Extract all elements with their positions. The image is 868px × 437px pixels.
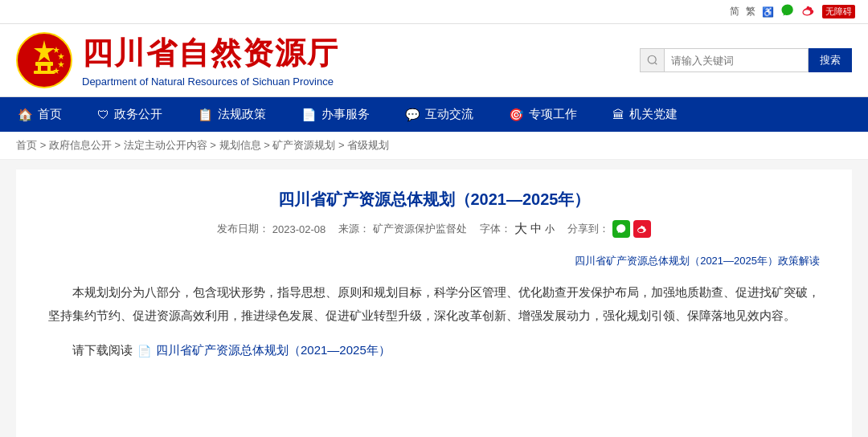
site-header: 四川省自然资源厅 Department of Natural Resources… [0,24,868,97]
share-area: 分享到： [567,220,651,238]
search-input[interactable] [664,48,809,72]
nav-party[interactable]: 🏛 机关党建 [595,97,695,132]
top-utility-bar: 简 繁 ♿ 无障碍 [0,0,868,24]
party-icon: 🏛 [612,108,624,121]
logo-text: 四川省自然资源厅 Department of Natural Resources… [82,33,339,88]
breadcrumb-current: 省级规划 [347,139,389,151]
breadcrumb-home[interactable]: 首页 [16,139,37,151]
download-area: 请下载阅读 📄 四川省矿产资源总体规划（2021—2025年） [48,343,820,358]
accessibility[interactable]: ♿ [762,6,774,18]
policy-interpretation-link[interactable]: 四川省矿产资源总体规划（2021—2025年）政策解读 [575,255,820,267]
search-area: 搜索 [640,48,852,72]
wechat-share-icon[interactable] [612,220,630,238]
doc-icon: 📋 [198,108,213,122]
target-icon: 🎯 [509,108,524,122]
nav-party-label: 机关党建 [629,107,678,122]
emblem-icon [16,32,72,88]
search-icon [640,48,664,72]
font-medium[interactable]: 中 [530,222,542,236]
download-link[interactable]: 四川省矿产资源总体规划（2021—2025年） [156,343,391,358]
weibo-share[interactable] [801,3,816,20]
breadcrumb: 首页 > 政府信息公开 > 法定主动公开内容 > 规划信息 > 矿产资源规划 >… [0,132,868,160]
site-title: 四川省自然资源厅 [82,33,339,74]
accessibility-icon[interactable]: 无障碍 [822,5,855,18]
policy-link-bar: 四川省矿产资源总体规划（2021—2025年）政策解读 [48,254,820,268]
download-prefix: 请下载阅读 [72,343,133,358]
svg-rect-7 [34,71,55,74]
share-icons [612,220,651,238]
article-title: 四川省矿产资源总体规划（2021—2025年） [48,189,820,210]
nav-special[interactable]: 🎯 专项工作 [491,97,595,132]
nav-special-label: 专项工作 [529,107,577,122]
home-icon: 🏠 [18,108,33,122]
site-subtitle: Department of Natural Resources of Sichu… [82,76,339,88]
nav-interaction-label: 互动交流 [425,107,473,122]
article-meta: 发布日期： 2023-02-08 来源： 矿产资源保护监督处 字体： 大 中 小… [48,220,820,238]
main-nav: 🏠 首页 🛡 政务公开 📋 法规政策 📄 办事服务 💬 互动交流 🎯 专项工作 … [0,97,868,132]
nav-services-label: 办事服务 [321,107,370,122]
svg-rect-10 [35,62,53,66]
article-body: 本规划划分为八部分，包含现状形势，指导思想、原则和规划目标，科学分区管理、优化勘… [48,281,820,327]
search-button[interactable]: 搜索 [809,48,852,72]
traditional-chinese[interactable]: 繁 [746,5,755,18]
font-large[interactable]: 大 [514,221,527,238]
publish-date-label: 发布日期： [217,222,269,236]
font-small[interactable]: 小 [545,223,555,236]
service-icon: 📄 [301,108,317,122]
shield-icon: 🛡 [97,108,109,121]
nav-interaction[interactable]: 💬 互动交流 [387,97,491,132]
breadcrumb-legal-open[interactable]: 法定主动公开内容 [124,139,207,151]
nav-gov-open-label: 政务公开 [114,107,162,122]
nav-laws[interactable]: 📋 法规政策 [180,97,284,132]
breadcrumb-planning[interactable]: 规划信息 [219,139,261,151]
nav-gov-open[interactable]: 🛡 政务公开 [80,97,180,132]
nav-home[interactable]: 🏠 首页 [0,97,80,132]
publish-date: 发布日期： 2023-02-08 [217,222,326,236]
nav-home-label: 首页 [38,107,62,122]
content-area: 四川省矿产资源总体规划（2021—2025年） 发布日期： 2023-02-08… [16,169,852,437]
publish-date-value: 2023-02-08 [272,223,326,235]
nav-laws-label: 法规政策 [218,107,266,122]
source-label: 来源： [338,222,370,236]
download-file-icon: 📄 [137,345,151,357]
source-value: 矿产资源保护监督处 [373,222,467,236]
weibo-share-icon[interactable] [633,220,651,238]
nav-services[interactable]: 📄 办事服务 [284,97,387,132]
breadcrumb-mineral[interactable]: 矿产资源规划 [272,139,335,151]
font-controls: 大 中 小 [514,221,555,238]
breadcrumb-gov-info[interactable]: 政府信息公开 [49,139,112,151]
share-label: 分享到： [567,222,609,236]
font-size-control: 字体： 大 中 小 [480,221,555,238]
font-label: 字体： [480,222,511,236]
chat-icon: 💬 [405,108,420,122]
wechat-share[interactable] [780,3,795,20]
source: 来源： 矿产资源保护监督处 [338,222,467,236]
logo-area: 四川省自然资源厅 Department of Natural Resources… [16,32,339,88]
simplified-chinese[interactable]: 简 [730,5,739,18]
